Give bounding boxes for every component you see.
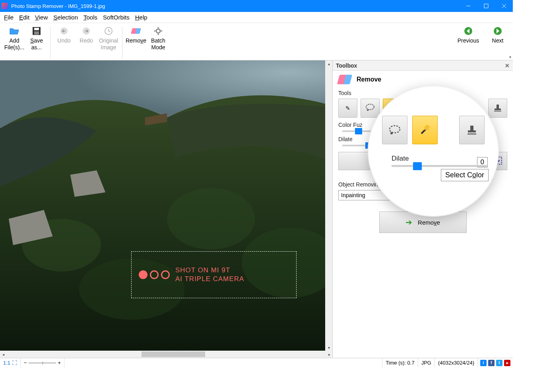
go-arrow-icon: ➔ xyxy=(405,217,412,227)
zoom-ratio[interactable]: 1:1 ⛶ xyxy=(0,358,21,367)
clear-selection-button[interactable]: Clear Selection xyxy=(338,152,466,170)
zoom-slider[interactable]: − + xyxy=(21,358,64,367)
folder-open-icon xyxy=(10,26,19,36)
scroll-thumb[interactable] xyxy=(142,351,205,357)
toolbar: Add File(s)... Save as... Undo Redo Orig… xyxy=(0,23,513,60)
mode-select[interactable]: Inpainting ▾ xyxy=(338,190,446,200)
menu-help[interactable]: Help xyxy=(135,14,147,21)
app-icon xyxy=(2,3,8,9)
batch-mode-button[interactable]: Batch Mode xyxy=(147,25,169,52)
facebook-icon[interactable]: f xyxy=(488,360,495,366)
clock-icon xyxy=(104,26,113,36)
next-icon xyxy=(493,26,502,36)
load-selection-button[interactable] xyxy=(489,152,507,170)
remove-action-button[interactable]: ➔ Remove xyxy=(379,212,467,233)
zoom-in-icon[interactable]: + xyxy=(58,360,61,366)
main-area: SHOT ON MI 9T AI TRIPLE CAMERA ▴ ▾ ◂ ▸ T… xyxy=(0,60,513,358)
scroll-down-icon[interactable]: ▾ xyxy=(328,344,330,351)
close-button[interactable] xyxy=(495,0,513,12)
status-bar: 1:1 ⛶ − + Time (s): 0.7 JPG (4032x3024/2… xyxy=(0,358,513,367)
redo-button[interactable]: Redo xyxy=(75,25,97,46)
next-button[interactable]: Next xyxy=(485,25,510,46)
svg-rect-26 xyxy=(494,111,501,112)
menu-file[interactable]: File xyxy=(4,14,14,21)
watermark-text: SHOT ON MI 9T AI TRIPLE CAMERA xyxy=(175,266,244,283)
floppy-icon xyxy=(32,26,41,36)
eraser-icon xyxy=(337,75,352,84)
remove-button[interactable]: Remove xyxy=(125,25,147,46)
color-fuzz-slider[interactable] xyxy=(342,130,466,132)
image-canvas[interactable]: SHOT ON MI 9T AI TRIPLE CAMERA xyxy=(0,60,325,351)
toolbox-close-icon[interactable]: ✕ xyxy=(505,62,510,69)
youtube-icon[interactable]: ▸ xyxy=(504,360,510,366)
magic-wand-icon xyxy=(388,103,397,114)
svg-point-10 xyxy=(156,29,160,33)
maximize-button[interactable] xyxy=(477,0,495,12)
svg-rect-1 xyxy=(484,4,488,8)
previous-icon xyxy=(464,26,473,36)
menu-bar: File Edit View Selection Tools SoftOrbit… xyxy=(0,12,513,23)
previous-button[interactable]: Previous xyxy=(456,25,481,46)
toolbox-title: Toolbox xyxy=(336,62,357,69)
photo-content xyxy=(0,60,325,351)
dilate-slider[interactable] xyxy=(342,145,466,146)
svg-rect-28 xyxy=(475,158,479,160)
svg-rect-6 xyxy=(34,31,39,35)
svg-rect-24 xyxy=(497,105,499,109)
toolbox-panel: Toolbox ✕ Remove Tools ✎ Color Fuz Dilat… xyxy=(332,60,513,358)
pencil-icon: ✎ xyxy=(345,105,350,111)
svg-point-22 xyxy=(366,104,374,110)
scroll-right-icon[interactable]: ▸ xyxy=(326,352,332,357)
minimize-button[interactable] xyxy=(459,0,477,12)
svg-rect-5 xyxy=(34,28,39,30)
status-format: JPG xyxy=(418,358,435,367)
scroll-left-icon[interactable]: ◂ xyxy=(0,352,6,357)
chevron-down-icon: ▾ xyxy=(441,192,444,198)
vertical-scrollbar[interactable]: ▴ ▾ xyxy=(325,60,332,351)
undo-button[interactable]: Undo xyxy=(53,25,75,46)
original-image-button[interactable]: Original Image xyxy=(97,25,120,52)
info-icon[interactable]: i xyxy=(480,360,487,366)
status-dimensions: (4032x3024/24) xyxy=(435,358,478,367)
gear-icon xyxy=(153,26,163,36)
load-mask-icon xyxy=(494,156,502,166)
menu-softorbits[interactable]: SoftOrbits xyxy=(103,14,130,21)
menu-edit[interactable]: Edit xyxy=(19,14,29,21)
lasso-tool-button[interactable] xyxy=(361,99,380,118)
lasso-icon xyxy=(365,103,375,113)
menu-tools[interactable]: Tools xyxy=(83,14,97,21)
stamp-icon xyxy=(493,103,502,114)
undo-icon xyxy=(59,26,69,36)
color-fuzz-label: Color Fuz xyxy=(338,122,507,128)
horizontal-scrollbar[interactable]: ◂ ▸ xyxy=(0,351,332,358)
tools-label: Tools xyxy=(338,90,507,96)
watermark-dots-icon xyxy=(139,270,170,279)
dilate-label: Dilate xyxy=(338,136,507,142)
menu-selection[interactable]: Selection xyxy=(53,14,78,21)
scroll-up-icon[interactable]: ▴ xyxy=(328,60,330,67)
save-as-button[interactable]: Save as... xyxy=(25,25,48,52)
toolbar-overflow-icon[interactable]: ▾ xyxy=(509,55,511,59)
svg-point-23 xyxy=(367,109,369,111)
menu-view[interactable]: View xyxy=(35,14,48,21)
window-title: Photo Stamp Remover - IMG_1599-1.jpg xyxy=(11,3,105,9)
title-bar: Photo Stamp Remover - IMG_1599-1.jpg xyxy=(0,0,513,12)
mode-value: Inpainting xyxy=(341,192,365,198)
status-time: Time (s): 0.7 xyxy=(382,358,418,367)
add-files-button[interactable]: Add File(s)... xyxy=(3,25,25,52)
magic-wand-tool-button[interactable] xyxy=(383,99,402,118)
fit-screen-icon[interactable]: ⛶ xyxy=(12,360,17,366)
clone-stamp-tool-button[interactable] xyxy=(488,99,507,118)
redo-icon xyxy=(81,26,91,36)
mode-label: Object Removing Mode xyxy=(338,181,507,188)
eraser-icon xyxy=(131,26,141,36)
svg-rect-25 xyxy=(495,109,501,110)
selection-marquee[interactable]: SHOT ON MI 9T AI TRIPLE CAMERA xyxy=(131,251,297,298)
save-mask-icon xyxy=(473,156,482,166)
svg-point-19 xyxy=(167,188,255,250)
save-selection-button[interactable] xyxy=(468,152,487,170)
remove-section-title: Remove xyxy=(357,76,381,83)
zoom-out-icon[interactable]: − xyxy=(24,360,27,366)
twitter-icon[interactable]: t xyxy=(496,360,502,366)
pencil-tool-button[interactable]: ✎ xyxy=(338,99,357,118)
